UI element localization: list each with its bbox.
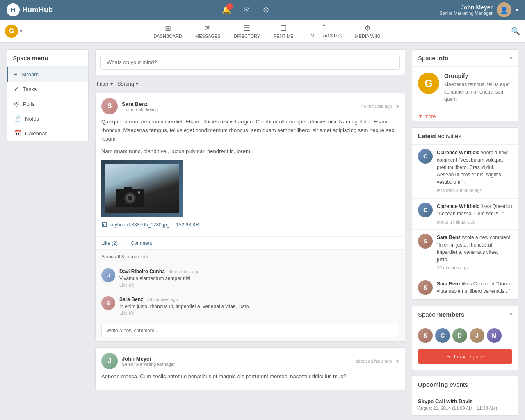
comment-2-author: Sara Benz (119, 297, 143, 302)
nav-item-dashboard[interactable]: ⊞ DASHBOARD (148, 21, 188, 41)
sidebar-item-tasks[interactable]: ✔ Tasks (7, 82, 88, 96)
post-1-dropdown-icon[interactable]: ▾ (396, 103, 399, 110)
event-item-1: Skype Call with Davis August 21, 2014 (1… (412, 393, 518, 415)
post-2-time: about an hour ago (356, 358, 392, 363)
comment-2-text: In enim justo, rhoncus ut, imperdiet a, … (119, 304, 399, 309)
latest-activities-card: Latest activities C Clarence Whitfield w… (412, 127, 518, 300)
sidebar-item-stream[interactable]: ≡ Stream (7, 67, 88, 82)
post-1-comment-button[interactable]: Comment (131, 240, 152, 246)
file-size: 152.93 KB (176, 222, 199, 228)
main-nav-items: ⊞ DASHBOARD ✉ MESSAGES ☰ DIRECTORY ☐ REN… (148, 21, 386, 41)
file-separator: - (172, 222, 173, 228)
activity-2-avatar: C (418, 203, 433, 217)
leave-space-button[interactable]: ↪ Leave space (418, 349, 512, 364)
show-all-comments[interactable]: Show all 3 comments. (96, 250, 405, 264)
file-name: keyboard-338505_1280.jpg (110, 222, 169, 228)
member-avatar-2[interactable]: C (435, 328, 450, 343)
comment-1-body: Davi Ribeiro Cunha 43 minutes ago Vivamu… (119, 268, 399, 288)
mediawiki-icon: ⚙ (364, 24, 371, 33)
latest-activities-header: Latest activities (412, 128, 518, 145)
comment-1-like[interactable]: Like (0) (119, 283, 399, 288)
upcoming-events-header: Upcoming events (412, 376, 518, 393)
sidebar-item-notes[interactable]: 📄 Notes (7, 111, 88, 126)
space-info-body: G Groupify Maecenas tempus, tellus eget … (412, 67, 518, 109)
comment-2-like[interactable]: Like (0) (119, 310, 399, 315)
event-1-time: August 21, 2014 (11:00 AM - 11:30 AM) (418, 406, 512, 411)
svg-point-3 (128, 196, 132, 201)
space-name: Groupify (444, 73, 512, 79)
help-button[interactable]: ⊙ (258, 2, 273, 17)
file-icon: 🖼 (101, 221, 107, 228)
post-1-like-count: 2 (113, 240, 116, 246)
top-nav-center: 🔔 1 ✉ ⊙ (219, 2, 273, 17)
post-1-text-1: Quisque rutrum. Aenean imperdiet. Etiam … (101, 118, 399, 143)
nav-item-directory[interactable]: ☰ DIRECTORY (228, 21, 266, 41)
space-info-card: Space info ▾ G Groupify Maecenas tempus,… (412, 49, 518, 121)
upcoming-plain: Upcoming (418, 381, 448, 388)
space-details: Groupify Maecenas tempus, tellus eget co… (444, 73, 512, 103)
member-avatar-4[interactable]: J (470, 328, 484, 343)
rentme-icon: ☐ (280, 24, 287, 33)
new-comment-input[interactable] (101, 324, 399, 337)
space-more-link[interactable]: ▼ more (412, 112, 518, 121)
post-1-like-button[interactable]: Like (2) (101, 240, 118, 246)
space-dropdown-icon[interactable]: ▾ (20, 28, 23, 34)
sidebar-title-plain: Space (13, 55, 30, 62)
nav-item-timetracking-label: TIME TRACKING (307, 33, 342, 38)
nav-item-mediawiki[interactable]: ⚙ MEDIA WIKI (349, 21, 386, 41)
activity-1-author: Clarence Whitfield (437, 150, 480, 155)
user-dropdown-icon[interactable]: ▾ (516, 7, 518, 13)
space-members-header: Space members ▾ (412, 306, 518, 323)
activity-item-1: C Clarence Whitfield wrote a new comment… (412, 145, 518, 199)
sidebar-title-bold: menu (32, 55, 48, 62)
comment-1-avatar: D (101, 268, 115, 282)
member-avatar-5[interactable]: M (487, 328, 502, 343)
post-header-1: S Sara Benz Trainee Marketing 45 minutes… (96, 93, 405, 118)
filter-button[interactable]: Filter ▾ (97, 81, 113, 87)
post-1-avatar: S (101, 98, 118, 114)
messages-button[interactable]: ✉ (239, 2, 253, 17)
space-info-plain: Space (418, 55, 436, 62)
post-2-dropdown-icon[interactable]: ▾ (396, 358, 399, 364)
sidebar-item-calendar-label: Calendar (25, 130, 47, 137)
comment-2-time: 39 minutes ago (147, 297, 178, 302)
post-1-author-role: Trainee Marketing (122, 107, 158, 112)
logo-letter: H (11, 7, 15, 13)
space-selector[interactable]: G ▾ (5, 25, 23, 38)
member-avatar-1[interactable]: S (418, 328, 433, 343)
leave-space-icon: ↪ (446, 354, 451, 360)
space-info-collapse-icon[interactable]: ▾ (510, 55, 512, 61)
post-input[interactable] (100, 55, 400, 70)
post-2-body: Aenean massa. Cum sociis natoque penatib… (96, 372, 405, 390)
svg-point-5 (138, 191, 140, 194)
post-1-actions: Like (2) · Comment (96, 236, 405, 249)
post-1-attachment[interactable]: 🖼 keyboard-338505_1280.jpg - 152.93 KB (101, 221, 399, 228)
activity-2-time: about a minute ago (437, 219, 512, 226)
member-avatar-3[interactable]: D (452, 328, 467, 343)
top-nav-left: H HumHub (7, 3, 53, 16)
sidebar-card: Space menu ≡ Stream ✔ Tasks ◎ Polls 📄 No… (7, 49, 89, 141)
sorting-button[interactable]: Sorting ▾ (117, 81, 139, 87)
right-panel: Space info ▾ G Groupify Maecenas tempus,… (412, 49, 518, 420)
sorting-chevron-icon: ▾ (136, 81, 139, 87)
nav-item-messages[interactable]: ✉ MESSAGES (189, 21, 226, 41)
user-avatar[interactable]: 👤 (497, 2, 511, 17)
nav-item-messages-label: MESSAGES (195, 34, 221, 39)
space-members-collapse-icon[interactable]: ▾ (510, 311, 512, 317)
upcoming-events-card: Upcoming events Skype Call with Davis Au… (412, 376, 518, 416)
comment-1-text: Vivamus elementum semper nisi (119, 276, 399, 281)
down-arrow-icon: ▼ (418, 114, 423, 119)
user-name: John Meyer (439, 4, 493, 11)
notifications-button[interactable]: 🔔 1 (219, 2, 234, 17)
top-navigation: H HumHub 🔔 1 ✉ ⊙ John Meyer Senior Marke… (0, 0, 525, 20)
svg-rect-4 (124, 187, 132, 191)
camera-image-icon (114, 183, 146, 209)
timetracking-icon: ⏱ (321, 24, 328, 32)
app-logo[interactable]: H HumHub (7, 3, 53, 16)
nav-item-rentme-label: RENT ME (273, 34, 293, 39)
sidebar-item-calendar[interactable]: 📅 Calendar (7, 126, 88, 141)
search-button[interactable]: 🔍 (511, 27, 520, 36)
nav-item-rentme[interactable]: ☐ RENT ME (267, 21, 299, 41)
sidebar-item-polls[interactable]: ◎ Polls (7, 96, 88, 111)
nav-item-timetracking[interactable]: ⏱ TIME TRACKING (301, 21, 348, 41)
